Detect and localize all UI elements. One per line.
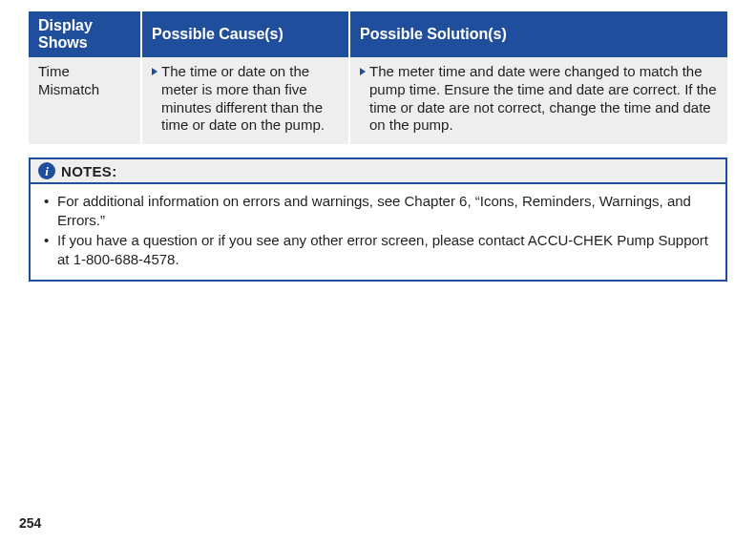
- list-item: • For additional information on errors a…: [44, 192, 714, 229]
- cell-display-shows: Time Mismatch: [29, 57, 141, 144]
- header-display-shows: Display Shows: [29, 11, 141, 57]
- notes-label: NOTES:: [61, 163, 116, 179]
- note-text: For additional information on errors and…: [57, 192, 714, 229]
- cell-possible-cause: The time or date on the meter is more th…: [141, 57, 349, 144]
- bullet-icon: •: [44, 192, 57, 229]
- solution-text: The meter time and date were changed to …: [369, 63, 720, 135]
- table-row: Time Mismatch The time or date on the me…: [29, 57, 727, 144]
- page-number: 254: [19, 515, 41, 531]
- notes-header: i NOTES:: [31, 159, 725, 184]
- info-icon: i: [38, 162, 55, 179]
- notes-body: • For additional information on errors a…: [31, 184, 725, 280]
- header-possible-solution: Possible Solution(s): [349, 11, 727, 57]
- header-possible-cause: Possible Cause(s): [141, 11, 349, 57]
- list-item: • If you have a question or if you see a…: [44, 231, 714, 268]
- cell-possible-solution: The meter time and date were changed to …: [349, 57, 727, 144]
- table-header-row: Display Shows Possible Cause(s) Possible…: [29, 11, 727, 57]
- note-text: If you have a question or if you see any…: [57, 231, 714, 268]
- bullet-icon: •: [44, 231, 57, 268]
- cause-text: The time or date on the meter is more th…: [161, 63, 341, 135]
- troubleshooting-table: Display Shows Possible Cause(s) Possible…: [29, 11, 727, 144]
- triangle-bullet-icon: [360, 68, 366, 75]
- triangle-bullet-icon: [152, 68, 158, 75]
- notes-box: i NOTES: • For additional information on…: [29, 157, 727, 282]
